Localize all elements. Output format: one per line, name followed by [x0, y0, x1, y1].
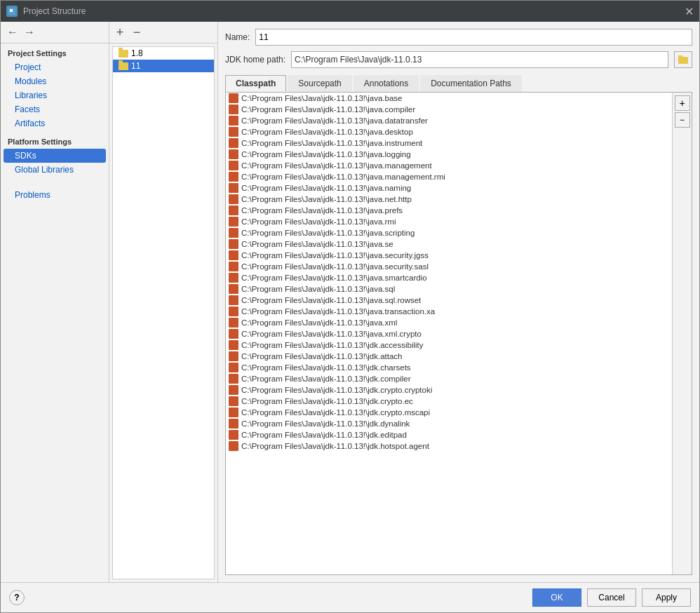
sdk-item-1.8[interactable]: 1.8 — [113, 47, 214, 60]
jdk-path-input[interactable] — [291, 51, 668, 68]
jar-icon — [229, 194, 238, 204]
help-button[interactable]: ? — [9, 590, 25, 605]
jar-icon — [229, 419, 238, 429]
sidebar-item-sdks[interactable]: SDKs — [4, 149, 106, 163]
remove-sdk-button[interactable]: − — [129, 25, 144, 40]
sidebar-item-problems[interactable]: Problems — [1, 188, 109, 202]
sidebar-item-facets[interactable]: Facets — [1, 102, 109, 116]
classpath-list-item[interactable]: C:\Program Files\Java\jdk-11.0.13!\jdk.c… — [226, 384, 672, 396]
apply-button[interactable]: Apply — [642, 588, 691, 607]
folder-icon — [119, 62, 128, 70]
classpath-list-item[interactable]: C:\Program Files\Java\jdk-11.0.13!\java.… — [226, 261, 672, 272]
sidebar-item-global-libraries[interactable]: Global Libraries — [1, 163, 109, 177]
sdk-toolbar: + − — [109, 22, 217, 43]
jdk-path-label: JDK home path: — [225, 55, 285, 65]
classpath-list-item[interactable]: C:\Program Files\Java\jdk-11.0.13!\jdk.c… — [226, 407, 672, 418]
classpath-list-item[interactable]: C:\Program Files\Java\jdk-11.0.13!\java.… — [226, 328, 672, 339]
svg-rect-2 — [678, 57, 688, 64]
classpath-list-item[interactable]: C:\Program Files\Java\jdk-11.0.13!\jdk.a… — [226, 339, 672, 351]
jar-icon — [229, 430, 238, 440]
jar-icon — [229, 239, 238, 249]
svg-rect-3 — [678, 55, 682, 58]
classpath-list-item[interactable]: C:\Program Files\Java\jdk-11.0.13!\java.… — [226, 317, 672, 328]
classpath-list-item[interactable]: C:\Program Files\Java\jdk-11.0.13!\jdk.c… — [226, 362, 672, 373]
project-structure-dialog: Project Structure ✕ ← → Project Settings… — [0, 0, 700, 613]
tab-classpath[interactable]: Classpath — [225, 75, 286, 92]
jar-icon — [229, 161, 238, 170]
jar-icon — [229, 441, 238, 451]
classpath-list-item[interactable]: C:\Program Files\Java\jdk-11.0.13!\java.… — [226, 250, 672, 261]
back-button[interactable]: ← — [5, 25, 20, 40]
jar-icon — [229, 149, 238, 159]
sidebar-item-project[interactable]: Project — [1, 60, 109, 74]
right-panel: Name: JDK home path: Classpath Sourcepat… — [218, 22, 699, 582]
jar-icon — [229, 262, 238, 271]
jar-icon — [229, 228, 238, 238]
jar-icon — [229, 273, 238, 283]
jar-icon — [229, 374, 238, 384]
jar-icon — [229, 217, 238, 227]
tab-annotations[interactable]: Annotations — [354, 75, 419, 92]
sidebar-item-libraries[interactable]: Libraries — [1, 88, 109, 102]
add-classpath-button[interactable]: + — [675, 95, 690, 111]
classpath-list-item[interactable]: C:\Program Files\Java\jdk-11.0.13!\java.… — [226, 205, 672, 216]
classpath-list-item[interactable]: C:\Program Files\Java\jdk-11.0.13!\jdk.a… — [226, 351, 672, 362]
classpath-list-item[interactable]: C:\Program Files\Java\jdk-11.0.13!\java.… — [226, 295, 672, 306]
tab-documentation-paths[interactable]: Documentation Paths — [420, 75, 522, 92]
classpath-list-item[interactable]: C:\Program Files\Java\jdk-11.0.13!\java.… — [226, 104, 672, 115]
bottom-bar: ? OK Cancel Apply — [1, 582, 699, 612]
classpath-list-item[interactable]: C:\Program Files\Java\jdk-11.0.13!\jdk.c… — [226, 396, 672, 407]
titlebar: Project Structure ✕ — [1, 1, 699, 22]
main-content: ← → Project Settings Project Modules Lib… — [1, 22, 699, 582]
jar-icon — [229, 172, 238, 182]
jar-icon — [229, 318, 238, 328]
classpath-list-item[interactable]: C:\Program Files\Java\jdk-11.0.13!\java.… — [226, 126, 672, 137]
classpath-list-item[interactable]: C:\Program Files\Java\jdk-11.0.13!\java.… — [226, 238, 672, 250]
jar-icon — [229, 329, 238, 339]
classpath-actions: + − — [672, 93, 692, 574]
ok-button[interactable]: OK — [532, 588, 581, 607]
classpath-list-item[interactable]: C:\Program Files\Java\jdk-11.0.13!\jdk.h… — [226, 440, 672, 452]
jar-icon — [229, 250, 238, 260]
sidebar-item-artifacts[interactable]: Artifacts — [1, 116, 109, 130]
classpath-list-item[interactable]: C:\Program Files\Java\jdk-11.0.13!\jdk.c… — [226, 373, 672, 384]
classpath-list-item[interactable]: C:\Program Files\Java\jdk-11.0.13!\java.… — [226, 93, 672, 104]
tab-sourcepath[interactable]: Sourcepath — [288, 75, 351, 92]
remove-classpath-button[interactable]: − — [675, 112, 690, 128]
jar-icon — [229, 116, 238, 126]
folder-icon — [119, 50, 128, 58]
classpath-list-item[interactable]: C:\Program Files\Java\jdk-11.0.13!\java.… — [226, 137, 672, 149]
classpath-list-item[interactable]: C:\Program Files\Java\jdk-11.0.13!\java.… — [226, 160, 672, 171]
cancel-button[interactable]: Cancel — [587, 588, 636, 607]
classpath-list-item[interactable]: C:\Program Files\Java\jdk-11.0.13!\java.… — [226, 171, 672, 182]
classpath-list-item[interactable]: C:\Program Files\Java\jdk-11.0.13!\jdk.d… — [226, 418, 672, 429]
classpath-list-item[interactable]: C:\Program Files\Java\jdk-11.0.13!\java.… — [226, 194, 672, 205]
jar-icon — [229, 138, 238, 148]
jar-icon — [229, 93, 238, 103]
sdk-item-11[interactable]: 11 — [113, 60, 214, 72]
sidebar: ← → Project Settings Project Modules Lib… — [1, 22, 109, 582]
svg-rect-1 — [10, 9, 13, 12]
classpath-list-item[interactable]: C:\Program Files\Java\jdk-11.0.13!\java.… — [226, 227, 672, 238]
classpath-list-item[interactable]: C:\Program Files\Java\jdk-11.0.13!\java.… — [226, 182, 672, 194]
tabs: Classpath Sourcepath Annotations Documen… — [225, 75, 692, 93]
classpath-list-item[interactable]: C:\Program Files\Java\jdk-11.0.13!\java.… — [226, 306, 672, 317]
add-sdk-button[interactable]: + — [112, 25, 128, 40]
app-icon — [6, 6, 18, 17]
sidebar-item-modules[interactable]: Modules — [1, 74, 109, 88]
close-button[interactable]: ✕ — [685, 5, 694, 18]
jar-icon — [229, 206, 238, 215]
jdk-path-browse-button[interactable] — [674, 51, 692, 68]
forward-button[interactable]: → — [22, 25, 37, 40]
name-input[interactable] — [255, 29, 692, 46]
classpath-list-item[interactable]: C:\Program Files\Java\jdk-11.0.13!\java.… — [226, 115, 672, 126]
classpath-list-item[interactable]: C:\Program Files\Java\jdk-11.0.13!\jdk.e… — [226, 429, 672, 440]
name-row: Name: — [225, 29, 692, 46]
classpath-list-item[interactable]: C:\Program Files\Java\jdk-11.0.13!\java.… — [226, 272, 672, 283]
project-settings-header: Project Settings — [1, 43, 109, 60]
classpath-list-item[interactable]: C:\Program Files\Java\jdk-11.0.13!\java.… — [226, 149, 672, 160]
classpath-list-item[interactable]: C:\Program Files\Java\jdk-11.0.13!\java.… — [226, 216, 672, 227]
jar-icon — [229, 183, 238, 193]
jar-icon — [229, 295, 238, 305]
classpath-list-item[interactable]: C:\Program Files\Java\jdk-11.0.13!\java.… — [226, 283, 672, 295]
